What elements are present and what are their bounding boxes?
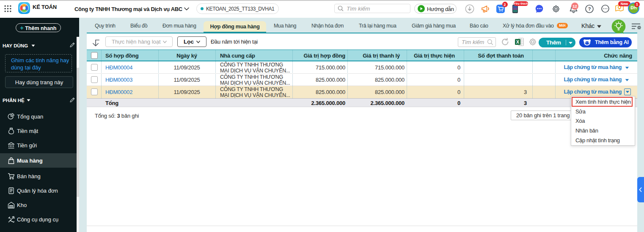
svg-text:X: X — [516, 39, 519, 44]
svg-text:?: ? — [588, 6, 591, 11]
